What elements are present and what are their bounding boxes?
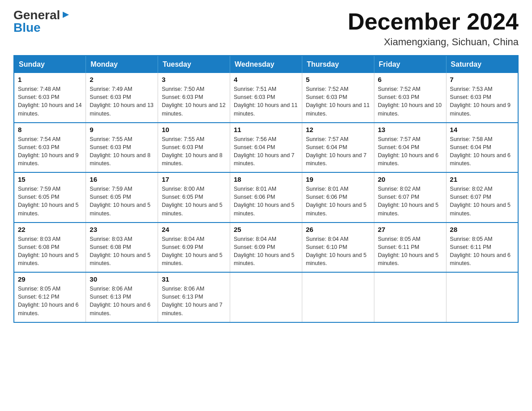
- day-info: Sunrise: 8:01 AMSunset: 6:06 PMDaylight:…: [234, 186, 295, 216]
- day-number: 20: [378, 176, 442, 183]
- month-title: December 2024: [348, 9, 519, 34]
- day-info: Sunrise: 8:00 AMSunset: 6:05 PMDaylight:…: [162, 186, 223, 216]
- day-number: 2: [90, 76, 154, 83]
- day-number: 18: [234, 176, 298, 183]
- calendar-cell: [446, 272, 518, 322]
- day-number: 25: [234, 226, 298, 233]
- day-info: Sunrise: 7:48 AMSunset: 6:03 PMDaylight:…: [18, 86, 82, 116]
- header-tuesday: Tuesday: [158, 56, 230, 73]
- day-number: 7: [450, 76, 514, 83]
- calendar-cell: 15 Sunrise: 7:59 AMSunset: 6:05 PMDaylig…: [14, 172, 86, 223]
- day-number: 29: [18, 275, 82, 283]
- day-number: 4: [234, 76, 298, 83]
- day-number: 15: [18, 176, 82, 183]
- calendar-cell: 11 Sunrise: 7:56 AMSunset: 6:04 PMDaylig…: [230, 123, 302, 173]
- calendar-cell: 21 Sunrise: 8:02 AMSunset: 6:07 PMDaylig…: [446, 172, 518, 223]
- day-info: Sunrise: 8:04 AMSunset: 6:09 PMDaylight:…: [162, 236, 223, 266]
- title-block: December 2024 Xiamengxiang, Sichuan, Chi…: [348, 9, 519, 48]
- calendar-cell: 12 Sunrise: 7:57 AMSunset: 6:04 PMDaylig…: [302, 123, 374, 173]
- day-info: Sunrise: 8:04 AMSunset: 6:09 PMDaylight:…: [234, 236, 295, 266]
- header-thursday: Thursday: [302, 56, 374, 73]
- calendar-cell: 18 Sunrise: 8:01 AMSunset: 6:06 PMDaylig…: [230, 172, 302, 223]
- day-info: Sunrise: 7:55 AMSunset: 6:03 PMDaylight:…: [90, 136, 150, 167]
- calendar-cell: 25 Sunrise: 8:04 AMSunset: 6:09 PMDaylig…: [230, 223, 302, 273]
- day-number: 8: [18, 126, 82, 133]
- calendar-cell: 13 Sunrise: 7:57 AMSunset: 6:04 PMDaylig…: [374, 123, 446, 173]
- day-info: Sunrise: 7:59 AMSunset: 6:05 PMDaylight:…: [18, 186, 79, 216]
- day-info: Sunrise: 7:54 AMSunset: 6:03 PMDaylight:…: [18, 136, 79, 167]
- day-info: Sunrise: 7:56 AMSunset: 6:04 PMDaylight:…: [234, 136, 295, 167]
- calendar-cell: 19 Sunrise: 8:01 AMSunset: 6:06 PMDaylig…: [302, 172, 374, 223]
- svg-marker-0: [63, 12, 69, 18]
- calendar-cell: 16 Sunrise: 7:59 AMSunset: 6:05 PMDaylig…: [86, 172, 158, 223]
- calendar-cell: [302, 272, 374, 322]
- calendar-cell: 27 Sunrise: 8:05 AMSunset: 6:11 PMDaylig…: [374, 223, 446, 273]
- day-info: Sunrise: 7:49 AMSunset: 6:03 PMDaylight:…: [90, 86, 153, 116]
- day-info: Sunrise: 7:51 AMSunset: 6:03 PMDaylight:…: [234, 86, 297, 116]
- day-info: Sunrise: 8:03 AMSunset: 6:08 PMDaylight:…: [90, 236, 150, 266]
- day-info: Sunrise: 7:57 AMSunset: 6:04 PMDaylight:…: [306, 136, 367, 167]
- day-info: Sunrise: 7:50 AMSunset: 6:03 PMDaylight:…: [162, 86, 225, 116]
- day-number: 17: [162, 176, 226, 183]
- day-info: Sunrise: 8:05 AMSunset: 6:11 PMDaylight:…: [378, 236, 439, 266]
- day-number: 13: [378, 126, 442, 133]
- calendar-cell: 14 Sunrise: 7:58 AMSunset: 6:04 PMDaylig…: [446, 123, 518, 173]
- day-info: Sunrise: 8:01 AMSunset: 6:06 PMDaylight:…: [306, 186, 367, 216]
- day-info: Sunrise: 8:06 AMSunset: 6:13 PMDaylight:…: [162, 286, 223, 316]
- calendar-cell: 4 Sunrise: 7:51 AMSunset: 6:03 PMDayligh…: [230, 73, 302, 123]
- day-number: 21: [450, 176, 514, 183]
- calendar-cell: 9 Sunrise: 7:55 AMSunset: 6:03 PMDayligh…: [86, 123, 158, 173]
- day-number: 11: [234, 126, 298, 133]
- day-info: Sunrise: 7:55 AMSunset: 6:03 PMDaylight:…: [162, 136, 223, 167]
- header-wednesday: Wednesday: [230, 56, 302, 73]
- calendar-cell: 29 Sunrise: 8:05 AMSunset: 6:12 PMDaylig…: [14, 272, 86, 322]
- calendar-cell: 28 Sunrise: 8:05 AMSunset: 6:11 PMDaylig…: [446, 223, 518, 273]
- calendar-cell: 17 Sunrise: 8:00 AMSunset: 6:05 PMDaylig…: [158, 172, 230, 223]
- calendar-week-2: 8 Sunrise: 7:54 AMSunset: 6:03 PMDayligh…: [14, 123, 518, 173]
- day-info: Sunrise: 8:06 AMSunset: 6:13 PMDaylight:…: [90, 286, 150, 316]
- header-monday: Monday: [86, 56, 158, 73]
- day-info: Sunrise: 7:53 AMSunset: 6:03 PMDaylight:…: [450, 86, 511, 116]
- day-number: 1: [18, 76, 82, 83]
- calendar-cell: 7 Sunrise: 7:53 AMSunset: 6:03 PMDayligh…: [446, 73, 518, 123]
- calendar-cell: [230, 272, 302, 322]
- calendar-cell: 2 Sunrise: 7:49 AMSunset: 6:03 PMDayligh…: [86, 73, 158, 123]
- header-saturday: Saturday: [446, 56, 518, 73]
- calendar-cell: 5 Sunrise: 7:52 AMSunset: 6:03 PMDayligh…: [302, 73, 374, 123]
- day-number: 24: [162, 226, 226, 233]
- calendar-week-3: 15 Sunrise: 7:59 AMSunset: 6:05 PMDaylig…: [14, 172, 518, 223]
- day-number: 26: [306, 226, 370, 233]
- day-info: Sunrise: 8:02 AMSunset: 6:07 PMDaylight:…: [378, 186, 439, 216]
- logo-general-text: General: [13, 9, 60, 21]
- day-info: Sunrise: 7:57 AMSunset: 6:04 PMDaylight:…: [378, 136, 439, 167]
- day-info: Sunrise: 8:04 AMSunset: 6:10 PMDaylight:…: [306, 236, 367, 266]
- calendar-cell: 24 Sunrise: 8:04 AMSunset: 6:09 PMDaylig…: [158, 223, 230, 273]
- day-info: Sunrise: 7:52 AMSunset: 6:03 PMDaylight:…: [306, 86, 369, 116]
- calendar-header-row: SundayMondayTuesdayWednesdayThursdayFrid…: [14, 56, 518, 73]
- calendar-cell: 6 Sunrise: 7:52 AMSunset: 6:03 PMDayligh…: [374, 73, 446, 123]
- day-info: Sunrise: 8:05 AMSunset: 6:12 PMDaylight:…: [18, 286, 79, 316]
- day-number: 16: [90, 176, 154, 183]
- calendar-cell: 20 Sunrise: 8:02 AMSunset: 6:07 PMDaylig…: [374, 172, 446, 223]
- calendar-table: SundayMondayTuesdayWednesdayThursdayFrid…: [13, 55, 519, 323]
- calendar-cell: 8 Sunrise: 7:54 AMSunset: 6:03 PMDayligh…: [14, 123, 86, 173]
- day-info: Sunrise: 7:58 AMSunset: 6:04 PMDaylight:…: [450, 136, 511, 167]
- day-info: Sunrise: 8:03 AMSunset: 6:08 PMDaylight:…: [18, 236, 79, 266]
- calendar-week-4: 22 Sunrise: 8:03 AMSunset: 6:08 PMDaylig…: [14, 223, 518, 273]
- page-header: General Blue December 2024 Xiamengxiang,…: [13, 9, 519, 48]
- day-number: 31: [162, 275, 226, 283]
- day-number: 14: [450, 126, 514, 133]
- day-info: Sunrise: 8:02 AMSunset: 6:07 PMDaylight:…: [450, 186, 511, 216]
- day-number: 28: [450, 226, 514, 233]
- day-number: 6: [378, 76, 442, 83]
- calendar-week-5: 29 Sunrise: 8:05 AMSunset: 6:12 PMDaylig…: [14, 272, 518, 322]
- day-info: Sunrise: 7:59 AMSunset: 6:05 PMDaylight:…: [90, 186, 150, 216]
- calendar-cell: 1 Sunrise: 7:48 AMSunset: 6:03 PMDayligh…: [14, 73, 86, 123]
- logo-blue-text: Blue: [13, 21, 41, 34]
- day-number: 30: [90, 275, 154, 283]
- logo: General Blue: [13, 9, 71, 34]
- header-sunday: Sunday: [14, 56, 86, 73]
- day-number: 27: [378, 226, 442, 233]
- day-number: 3: [162, 76, 226, 83]
- logo-arrow-icon: [61, 10, 71, 20]
